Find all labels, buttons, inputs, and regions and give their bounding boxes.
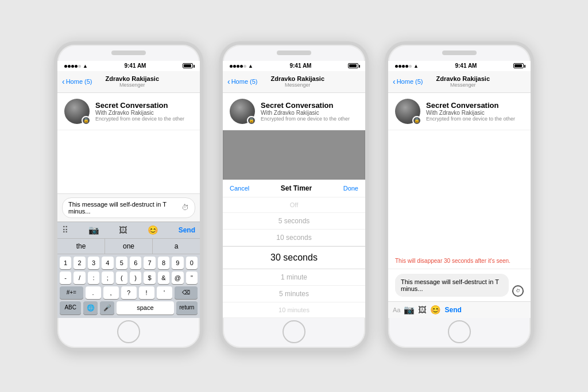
key-row-numbers: 1 2 3 4 5 6 7 8 9 0: [60, 257, 198, 269]
key-4[interactable]: 4: [102, 257, 113, 269]
key-colon[interactable]: :: [88, 271, 99, 284]
key-dot[interactable]: .: [86, 286, 101, 299]
conv-title-2: Secret Conversation: [261, 101, 358, 110]
nav-back-label-3: Home (5): [397, 78, 423, 85]
scene: ▲ 9:41 AM ‹ Home (5) Zdravko Rakijasic M…: [42, 30, 546, 363]
key-excl[interactable]: !: [139, 286, 154, 299]
status-bar-1: ▲ 9:41 AM: [57, 61, 200, 71]
conv-title-1: Secret Conversation: [95, 101, 193, 110]
key-mic[interactable]: 🎤: [100, 301, 114, 315]
key-1[interactable]: 1: [60, 257, 71, 269]
timer-cancel-button[interactable]: Cancel: [230, 185, 249, 192]
key-hashplus[interactable]: #+=: [60, 286, 83, 299]
timer-item-10s[interactable]: 10 seconds: [223, 230, 365, 246]
disappear-text: This will disappear 30 seconds after it'…: [395, 258, 510, 264]
image-icon-1[interactable]: 🖼: [119, 225, 127, 235]
timer-item-5m[interactable]: 5 minutes: [223, 286, 365, 302]
timer-item-1m[interactable]: 1 minute: [223, 269, 365, 286]
chat-body-1: [57, 130, 200, 193]
send-button-3[interactable]: Send: [444, 306, 461, 314]
pred-one[interactable]: one: [105, 239, 153, 254]
emoji-icon-3[interactable]: 😊: [430, 305, 441, 315]
nav-subtitle-3: Messenger: [423, 82, 503, 88]
pred-the[interactable]: the: [57, 239, 105, 254]
key-abc[interactable]: ABC: [60, 301, 81, 315]
chevron-left-icon-3: ‹: [393, 77, 396, 86]
conv-encrypted-2: Encrypted from one device to the other: [261, 116, 358, 122]
keyboard-1: 1 2 3 4 5 6 7 8 9 0 - / : ; ( ): [57, 254, 200, 318]
nav-subtitle-2: Messenger: [258, 82, 338, 88]
key-slash[interactable]: /: [74, 271, 85, 284]
conv-with-2: With Zdravko Rakijasic: [261, 110, 358, 116]
nav-title-2: Zdravko Rakijasic: [258, 75, 338, 82]
key-minus[interactable]: -: [60, 271, 71, 284]
message-bubble-row: This message will self-destruct in T min…: [388, 269, 531, 301]
key-dollar[interactable]: $: [144, 271, 155, 284]
timer-item-30s[interactable]: 30 seconds: [223, 246, 365, 269]
input-bottom-bar-3: Aa 📷 🖼 😊 Send: [388, 301, 531, 318]
nav-back-label-1: Home (5): [66, 78, 92, 85]
pred-a[interactable]: a: [153, 239, 200, 254]
key-space[interactable]: space: [117, 301, 174, 315]
timer-item-off[interactable]: Off: [223, 197, 365, 213]
key-semi[interactable]: ;: [102, 271, 113, 284]
timer-item-5s[interactable]: 5 seconds: [223, 213, 365, 230]
avatar-3: 🔒: [395, 99, 420, 124]
signal-dots-2: [230, 63, 247, 69]
conv-with-3: With Zdravko Rakijasic: [426, 110, 524, 116]
camera-icon-3[interactable]: 📷: [404, 305, 415, 315]
key-comma[interactable]: ,: [103, 286, 119, 299]
key-6[interactable]: 6: [130, 257, 141, 269]
nav-back-3[interactable]: ‹ Home (5): [393, 77, 423, 86]
key-question[interactable]: ?: [121, 286, 137, 299]
key-3[interactable]: 3: [88, 257, 99, 269]
key-2[interactable]: 2: [74, 257, 85, 269]
lock-icon-2: 🔒: [247, 116, 256, 125]
message-timer-icon: ⏱: [512, 285, 524, 297]
input-aa-icon[interactable]: Aa: [393, 306, 400, 313]
key-5[interactable]: 5: [116, 257, 127, 269]
key-rparen[interactable]: ): [130, 271, 141, 284]
nav-bar-2: ‹ Home (5) Zdravko Rakijasic Messenger: [223, 71, 365, 93]
grid-icon-1[interactable]: ⠿: [62, 225, 68, 235]
timer-item-10m[interactable]: 10 minutes: [223, 302, 365, 318]
nav-bar-3: ‹ Home (5) Zdravko Rakijasic Messenger: [388, 71, 531, 93]
key-quote[interactable]: ": [186, 271, 198, 284]
key-0[interactable]: 0: [186, 257, 198, 269]
backspace-key[interactable]: ⌫: [175, 286, 198, 299]
conv-with-1: With Zdravko Rakijasic: [95, 110, 193, 116]
key-7[interactable]: 7: [144, 257, 155, 269]
nav-back-1[interactable]: ‹ Home (5): [62, 77, 92, 86]
key-at[interactable]: @: [172, 271, 183, 284]
key-9[interactable]: 9: [172, 257, 183, 269]
timer-title: Set Timer: [281, 184, 312, 192]
key-row-extra: #+= . , ? ! ' ⌫: [60, 286, 198, 299]
emoji-icon-1[interactable]: 😊: [148, 225, 158, 235]
key-row-bottom: ABC 🌐 🎤 space return: [60, 301, 198, 315]
timer-picker: Cancel Set Timer Done Off 5 seconds 10 s…: [223, 180, 365, 318]
key-amp[interactable]: &: [158, 271, 169, 284]
iphone-3: ▲ 9:41 AM ‹ Home (5) Zdravko Rakijasic M…: [385, 41, 534, 351]
timer-overlay: [223, 130, 365, 180]
send-button-1[interactable]: Send: [179, 226, 195, 234]
nav-title-3: Zdravko Rakijasic: [423, 75, 503, 82]
timer-done-button[interactable]: Done: [343, 185, 358, 192]
image-icon-3[interactable]: 🖼: [418, 305, 427, 315]
key-8[interactable]: 8: [158, 257, 169, 269]
nav-subtitle-1: Messenger: [92, 82, 172, 88]
nav-back-2[interactable]: ‹ Home (5): [227, 77, 258, 86]
timer-icon-1[interactable]: ⏱: [181, 203, 189, 212]
key-return[interactable]: return: [176, 301, 198, 315]
nav-bar-1: ‹ Home (5) Zdravko Rakijasic Messenger: [57, 71, 200, 93]
key-apostrophe[interactable]: ': [157, 286, 172, 299]
chevron-left-icon-2: ‹: [227, 77, 230, 86]
iphone-1: ▲ 9:41 AM ‹ Home (5) Zdravko Rakijasic M…: [54, 41, 203, 351]
signal-dots-1: [64, 63, 82, 69]
conv-title-3: Secret Conversation: [426, 101, 524, 110]
camera-icon-1[interactable]: 📷: [88, 225, 99, 235]
message-input-bubble-1[interactable]: This message will self-destruct in T min…: [62, 197, 195, 218]
conv-encrypted-3: Encrypted from one device to the other: [426, 116, 524, 122]
key-lparen[interactable]: (: [116, 271, 127, 284]
key-globe[interactable]: 🌐: [83, 301, 98, 315]
conv-header-2: 🔒 Secret Conversation With Zdravko Rakij…: [223, 93, 365, 130]
